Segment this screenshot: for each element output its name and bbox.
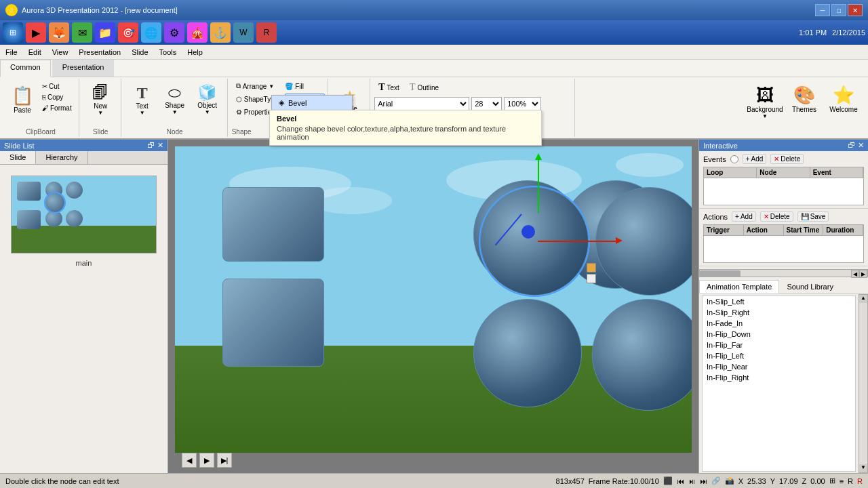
background-button[interactable]: 🖼 Background ▼ — [746, 81, 784, 129]
welcome-button[interactable]: ⭐ Welcome — [825, 81, 863, 129]
anim-item-6[interactable]: In-Flip_Near — [703, 361, 855, 372]
slide-tab-slide[interactable]: Slide — [0, 151, 36, 164]
tab-sound-library[interactable]: Sound Library — [779, 280, 841, 293]
arrange-button[interactable]: ⧉ Arrange ▼ — [232, 80, 279, 92]
scroll-right-btn[interactable]: ▶ — [859, 270, 867, 278]
tab-presentation[interactable]: Presentation — [52, 60, 115, 77]
bevel-menu-item[interactable]: ◈ Bevel — [272, 96, 352, 110]
status-icon-2[interactable]: ⏮ — [677, 477, 684, 485]
taskbar-icon-11[interactable]: R — [256, 22, 277, 43]
menu-presentation[interactable]: Presentation — [73, 47, 126, 58]
anim-item-5[interactable]: In-Flip_Left — [703, 350, 855, 361]
actions-row: Actions + Add ✕ Delete 💾 Save — [703, 211, 864, 222]
scrollbar-thumb[interactable] — [700, 270, 741, 277]
anim-scrollbar-v[interactable]: ▲ ▼ — [859, 294, 868, 473]
slide-thumbnail[interactable] — [11, 176, 157, 253]
taskbar-icon-start[interactable]: ⊞ — [3, 22, 23, 43]
taskbar-icon-6[interactable]: 🌐 — [141, 22, 161, 43]
text-button[interactable]: T Text ▼ — [127, 80, 158, 119]
font-size-select[interactable]: 28 — [471, 97, 502, 110]
menu-tools[interactable]: Tools — [154, 47, 182, 58]
canvas-nav-prev[interactable]: ◀ — [182, 453, 197, 468]
taskbar-icon-9[interactable]: ⚓ — [210, 22, 231, 43]
anim-item-7[interactable]: In-Flip_Right — [703, 372, 855, 383]
tab-common[interactable]: Common — [0, 60, 51, 77]
shape-rect-1[interactable] — [222, 187, 324, 262]
view-btn-2[interactable]: ≡ — [840, 477, 844, 485]
canvas-nav: ◀ ▶ ▶| — [182, 453, 232, 468]
taskbar-icon-3[interactable]: ✉ — [72, 22, 92, 43]
menu-view[interactable]: View — [47, 47, 74, 58]
scroll-left-btn[interactable]: ◀ — [851, 270, 859, 278]
right-panel-close-btn[interactable]: ✕ — [858, 141, 864, 150]
taskbar-icon-10[interactable]: W — [233, 22, 254, 43]
text-ribbon-btn[interactable]: T Text — [374, 80, 403, 95]
view-btn-4[interactable]: R — [857, 477, 863, 485]
actions-delete-btn[interactable]: ✕ Delete — [760, 211, 793, 222]
taskbar-icon-8[interactable]: 🎪 — [187, 22, 208, 43]
menu-edit[interactable]: Edit — [23, 47, 47, 58]
menu-slide[interactable]: Slide — [126, 47, 153, 58]
fill-button[interactable]: 🪣 Fill — [281, 81, 308, 92]
format-button[interactable]: 🖌 Format — [39, 103, 75, 113]
font-select[interactable]: Arial — [374, 97, 469, 110]
object-button[interactable]: 🧊 Object ▼ — [192, 80, 223, 119]
shape-rect-2[interactable] — [222, 279, 324, 367]
animation-list[interactable]: In-Slip_Left In-Slip_Right In-Fade_In In… — [702, 296, 856, 472]
slide-panel-close-btn[interactable]: ✕ — [157, 141, 163, 150]
zoom-select[interactable]: 100% — [504, 97, 541, 110]
maximize-btn[interactable]: □ — [831, 4, 846, 16]
scrollbar-h[interactable]: ◀ ▶ — [699, 269, 868, 277]
view-btn-3[interactable]: R — [848, 477, 853, 485]
anim-item-0[interactable]: In-Slip_Left — [703, 296, 855, 307]
status-icon-4[interactable]: ⏭ — [700, 477, 707, 485]
slide-canvas[interactable] — [175, 146, 692, 453]
menu-file[interactable]: File — [0, 47, 23, 58]
events-radio[interactable] — [730, 155, 738, 163]
copy-button[interactable]: ⎘ Copy — [39, 92, 75, 102]
actions-add-btn[interactable]: + Add — [732, 211, 756, 222]
actions-save-btn[interactable]: 💾 Save — [797, 211, 829, 222]
actions-section: Actions + Add ✕ Delete 💾 Save Trigger Ac… — [699, 209, 868, 266]
canvas-nav-next[interactable]: ▶| — [217, 453, 232, 468]
paste-button[interactable]: 📋 Paste — [7, 80, 38, 119]
shape-circle-5[interactable] — [592, 299, 692, 411]
close-btn[interactable]: ✕ — [848, 4, 863, 16]
shape-circle-4[interactable] — [473, 299, 582, 407]
new-button[interactable]: 🗐 New ▼ — [85, 80, 116, 119]
anim-item-4[interactable]: In-Flip_Far — [703, 340, 855, 350]
slide-panel-restore-btn[interactable]: 🗗 — [147, 141, 155, 150]
view-btn-1[interactable]: ⊞ — [829, 476, 835, 485]
outline-btn[interactable]: T Outline — [406, 80, 443, 95]
anim-item-2[interactable]: In-Fade_In — [703, 318, 855, 329]
taskbar-icon-1[interactable]: ▶ — [26, 22, 46, 43]
minimize-btn[interactable]: ─ — [815, 4, 830, 16]
scroll-up-btn[interactable]: ▲ — [859, 295, 867, 303]
events-delete-btn[interactable]: ✕ Delete — [770, 154, 804, 164]
canvas-size: 813x457 — [556, 477, 585, 485]
status-icon-6[interactable]: 📸 — [725, 476, 734, 485]
paste-icon: 📋 — [12, 85, 33, 106]
themes-button[interactable]: 🎨 Themes — [785, 81, 823, 129]
canvas-area[interactable]: ◀ ▶ ▶| — [168, 140, 698, 473]
right-panel-expand-btn[interactable]: 🗗 — [848, 141, 855, 150]
shape-button[interactable]: ⬭ Shape ▼ — [159, 80, 191, 119]
slide-tab-hierarchy[interactable]: Hierarchy — [36, 151, 87, 164]
cut-button[interactable]: ✂ Cut — [39, 81, 75, 92]
taskbar-icon-7[interactable]: ⚙ — [164, 22, 184, 43]
events-section: Events + Add ✕ Delete Loop Node Event — [699, 151, 868, 209]
taskbar-icon-4[interactable]: 📁 — [95, 22, 115, 43]
anim-item-3[interactable]: In-Flip_Down — [703, 329, 855, 340]
slide-name: main — [5, 259, 162, 267]
status-icon-5[interactable]: 🔗 — [711, 476, 721, 485]
events-add-btn[interactable]: + Add — [743, 154, 767, 164]
taskbar-icon-2[interactable]: 🦊 — [49, 22, 69, 43]
status-icon-1[interactable]: ⬛ — [663, 476, 673, 485]
taskbar-icon-5[interactable]: 🎯 — [118, 22, 138, 43]
canvas-nav-play[interactable]: ▶ — [199, 453, 214, 468]
anim-item-1[interactable]: In-Slip_Right — [703, 307, 855, 318]
scroll-down-btn[interactable]: ▼ — [859, 464, 867, 472]
tab-animation-template[interactable]: Animation Template — [699, 280, 779, 293]
menu-help[interactable]: Help — [182, 47, 208, 58]
status-icon-3[interactable]: ⏯ — [688, 477, 696, 485]
